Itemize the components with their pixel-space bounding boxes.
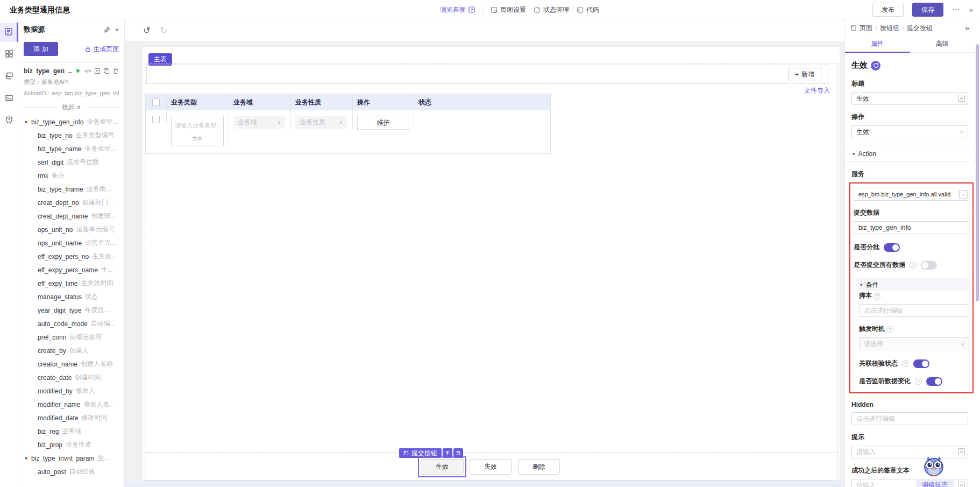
nav-security-item[interactable] <box>0 111 18 130</box>
panel-scrollbar[interactable] <box>975 19 980 487</box>
tab-advanced[interactable]: 高级 <box>910 36 975 52</box>
code-edit-icon[interactable]: </> <box>84 68 91 74</box>
hidden-input[interactable] <box>851 412 968 425</box>
help-icon[interactable]: ? <box>886 326 893 333</box>
tree-item[interactable]: pref_conn 前缀连接符 <box>18 330 124 344</box>
code-link[interactable]: 代码 <box>577 5 599 15</box>
toolbar-row-container[interactable]: +新增 <box>146 65 828 84</box>
i18n-badge-icon[interactable] <box>871 61 880 70</box>
tree-item[interactable]: serl_digit 流水号位数 <box>18 156 124 169</box>
script-input[interactable] <box>859 304 969 317</box>
publish-button[interactable]: 发布 <box>872 3 904 17</box>
service-input[interactable] <box>854 188 969 201</box>
tab-properties[interactable]: 属性 <box>845 36 910 52</box>
tree-item[interactable]: creat_dept_no 创建部门... <box>18 196 124 209</box>
delete-component-icon[interactable] <box>453 448 463 458</box>
selected-container[interactable]: +新增 文件导入 业务类型 业务域 业务性质 操作 状态 <box>145 63 838 481</box>
mascot-status-tag[interactable]: 编辑状态 <box>916 479 954 487</box>
collapse-panel-icon[interactable]: » <box>965 24 969 32</box>
help-icon[interactable]: ? <box>915 378 922 385</box>
tree-item[interactable]: create_date 创建时间 <box>18 371 124 384</box>
nav-layers-item[interactable] <box>0 67 18 86</box>
listen-toggle[interactable] <box>926 377 942 386</box>
canvas-page[interactable]: 主表 +新增 文件导入 业务类型 业务域 业务性质 操作 状态 <box>142 46 840 481</box>
redo-icon[interactable]: ↻ <box>160 25 167 36</box>
breadcrumb-button-group[interactable]: 按钮组 <box>880 24 899 33</box>
move-to-top-icon[interactable] <box>443 448 452 458</box>
column-header[interactable]: 操作 <box>353 94 414 110</box>
tree-item[interactable]: biz_reg 业务域 <box>18 425 124 438</box>
nav-terminal-item[interactable] <box>0 89 18 108</box>
column-header[interactable]: 状态 <box>414 94 550 110</box>
nav-components-item[interactable] <box>0 45 18 64</box>
invalid-button[interactable]: 失效 <box>470 459 512 475</box>
file-import-link[interactable]: 文件导入 <box>804 86 830 95</box>
tree-item[interactable]: biz_type_fname 业务类... <box>18 182 124 196</box>
help-icon[interactable]: ? <box>874 293 880 300</box>
pin-icon[interactable] <box>103 26 110 33</box>
form-icon[interactable] <box>94 68 101 74</box>
tree-item[interactable]: modified_by 修改人 <box>18 384 124 398</box>
scrollbar-thumb[interactable] <box>976 44 979 301</box>
datasource-card[interactable]: biz_type_gen_... </> 类型：服务池API ActionID：… <box>18 67 124 112</box>
column-header[interactable]: 业务类型 <box>167 94 229 110</box>
tree-item[interactable]: biz_type_no 业务类型编号 <box>18 129 124 142</box>
biz-type-text-input[interactable]: 请输入业务类型... 文本 <box>171 116 224 146</box>
translate-icon[interactable]: A <box>958 482 965 487</box>
maintain-button[interactable]: 维护 <box>357 116 409 130</box>
tree-item[interactable]: year_digit_type 年度位... <box>18 304 124 317</box>
assistant-owl-mascot[interactable] <box>921 455 947 479</box>
relation-toggle[interactable] <box>913 359 929 368</box>
tree-item[interactable]: auto_post 自动过账 <box>18 465 124 478</box>
condition-section-header[interactable]: ▾ 条件 <box>856 278 969 291</box>
action-section-header[interactable]: ▾ Action <box>845 146 975 162</box>
biz-domain-select[interactable]: 业务域 ∨ <box>233 116 285 129</box>
biz-nature-select[interactable]: 业务性质 ∨ <box>295 116 347 129</box>
tree-item[interactable]: biz_type_name 业务类型... <box>18 142 124 156</box>
batch-toggle[interactable] <box>884 243 900 252</box>
breadcrumb-page[interactable]: 页面 <box>860 24 872 33</box>
tree-item[interactable]: ops_unit_name 运营单元... <box>18 236 124 250</box>
tree-item[interactable]: ops_unit_no 运营单元编号 <box>18 223 124 236</box>
tree-item[interactable]: rmk 备注 <box>18 169 124 182</box>
column-header[interactable]: 业务域 <box>229 94 291 110</box>
tip-input[interactable] <box>851 446 968 458</box>
tree-item[interactable]: creator_name 创建人名称 <box>18 357 124 371</box>
close-icon[interactable]: × <box>969 5 974 15</box>
valid-button[interactable]: 生效 <box>421 459 464 475</box>
select-all-checkbox[interactable] <box>152 98 160 106</box>
selected-component-badge[interactable]: 提交按钮 <box>399 448 442 458</box>
close-panel-icon[interactable]: × <box>115 26 119 34</box>
more-menu-icon[interactable]: ··· <box>952 6 960 13</box>
generate-page-link[interactable]: 生成页面 <box>85 45 119 54</box>
tree-item[interactable]: biz_prop 业务性质 <box>18 438 124 451</box>
page-settings-link[interactable]: 页面设置 <box>491 5 526 15</box>
translate-icon[interactable]: A <box>958 95 965 102</box>
trigger-select[interactable]: 请选择 ∨ <box>859 337 969 350</box>
copy-icon[interactable] <box>103 68 110 74</box>
translate-icon[interactable]: A <box>958 448 965 455</box>
save-button[interactable]: 保存 <box>912 3 943 17</box>
add-datasource-button[interactable]: 添 加 <box>24 42 58 56</box>
tree-item[interactable]: create_by 创建人 <box>18 344 124 357</box>
submit-all-toggle[interactable] <box>921 261 937 270</box>
tree-item[interactable]: eff_expy_time 生失效时间 <box>18 277 124 290</box>
nav-datasource-item[interactable] <box>0 23 18 42</box>
help-icon[interactable]: ? <box>910 262 917 269</box>
breadcrumb-submit-button[interactable]: 提交按钮 <box>907 24 933 33</box>
tree-item[interactable]: creat_dept_name 创建部... <box>18 209 124 223</box>
tree-item[interactable]: ▾ biz_type_invnt_param 业... <box>18 451 124 465</box>
open-service-icon[interactable]: › <box>959 190 968 199</box>
trash-icon[interactable] <box>112 68 119 74</box>
button-group-container[interactable]: 提交按钮 生效 失效 删除 <box>145 452 837 480</box>
tree-item[interactable]: manage_status 状态 <box>18 290 124 304</box>
title-input[interactable] <box>851 92 968 105</box>
submit-data-input[interactable] <box>854 221 969 234</box>
bind-cursor-icon[interactable] <box>75 68 82 75</box>
tree-item[interactable]: ▾ biz_type_gen_info 业务类型... <box>18 115 124 129</box>
collapse-toggle[interactable]: 收起 ∧ <box>24 103 119 112</box>
column-header[interactable]: 业务性质 <box>291 94 353 110</box>
tree-item[interactable]: auto_code_mode 自动编... <box>18 317 124 330</box>
preview-link[interactable]: 浏览界面 <box>440 5 475 15</box>
help-icon[interactable]: ? <box>902 360 909 367</box>
